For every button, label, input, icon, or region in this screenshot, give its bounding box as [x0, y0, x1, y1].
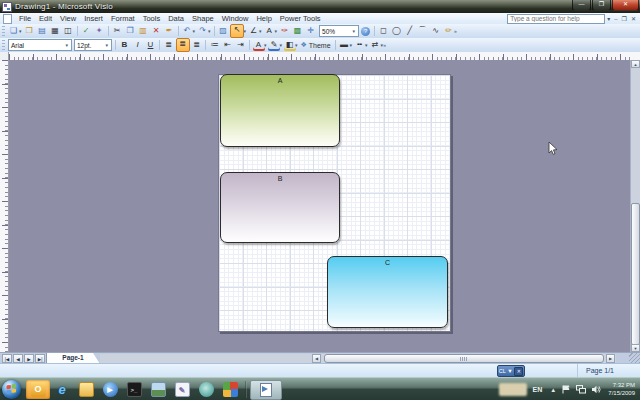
doc-restore-button[interactable]: ❐ [620, 15, 629, 22]
network-icon[interactable] [576, 385, 586, 394]
pencil-tool-icon[interactable]: ✏ [443, 25, 455, 37]
spelling-icon[interactable]: ✓ [80, 25, 92, 37]
bold-button[interactable]: B [119, 39, 131, 51]
fill-color-dropdown-icon[interactable]: ▾ [295, 42, 298, 48]
menu-edit[interactable]: Edit [35, 13, 56, 24]
toolbar-grip[interactable] [2, 26, 5, 36]
language-close-icon[interactable]: ✕ [514, 367, 523, 376]
font-size-combobox[interactable]: 12pt. ▾ [74, 39, 112, 51]
new-icon[interactable]: ❏ [8, 25, 20, 37]
language-dropdown-icon[interactable]: ▼ [507, 368, 512, 374]
next-page-button[interactable]: ▶ [24, 354, 34, 363]
research-icon[interactable]: ✦ [93, 25, 105, 37]
line-tool-icon[interactable]: ╱ [404, 25, 416, 37]
line-weight-dropdown-icon[interactable]: ▾ [350, 42, 353, 48]
toolbar-overflow-icon[interactable]: » [383, 42, 386, 48]
font-combobox[interactable]: Arial ▾ [8, 39, 72, 51]
font-color-icon[interactable]: A [253, 39, 265, 51]
shape-c[interactable]: C [327, 256, 448, 328]
undo-icon[interactable]: ↶ [181, 25, 193, 37]
hidden-icons-icon[interactable]: ▲ [550, 387, 556, 393]
text-tool-dropdown-icon[interactable]: ▾ [275, 28, 278, 34]
minimize-button[interactable]: — [572, 0, 591, 11]
align-right-icon[interactable]: ≣ [191, 39, 203, 51]
decrease-indent-icon[interactable]: ⇤ [222, 39, 234, 51]
vertical-scrollbar[interactable]: ▲ ▼ [630, 60, 640, 352]
freeform-tool-icon[interactable]: ∿ [430, 25, 442, 37]
bullets-icon[interactable]: ≔ [209, 39, 221, 51]
toolbar-overflow-icon[interactable]: » [454, 28, 457, 34]
start-button[interactable] [2, 380, 21, 399]
menu-format[interactable]: Format [107, 13, 139, 24]
print-preview-icon[interactable]: ◫ [62, 25, 74, 37]
help-icon[interactable]: ? [361, 27, 370, 36]
toolbar-grip[interactable] [2, 40, 5, 50]
doc-close-button[interactable]: ✕ [629, 15, 638, 22]
menu-data[interactable]: Data [164, 13, 188, 24]
open-icon[interactable]: ❒ [23, 25, 35, 37]
paste-icon[interactable]: ▥ [137, 25, 149, 37]
line-ends-icon[interactable]: ⇄ [369, 39, 381, 51]
help-question-input[interactable] [507, 14, 605, 24]
shapes-window-icon[interactable]: ▨ [217, 25, 229, 37]
align-center-icon[interactable]: ≣ [176, 38, 190, 52]
line-color-icon[interactable]: ✎ [268, 39, 280, 51]
quick-launch-explorer[interactable] [74, 380, 98, 399]
visio-taskbar-button[interactable] [250, 380, 282, 400]
menu-help[interactable]: Help [252, 13, 275, 24]
redo-dropdown-icon[interactable]: ▾ [208, 28, 211, 34]
copy-icon[interactable]: ❐ [124, 25, 136, 37]
pointer-dropdown-icon[interactable]: ▾ [244, 28, 247, 34]
italic-button[interactable]: I [132, 39, 144, 51]
fill-color-icon[interactable]: ◧ [284, 39, 296, 51]
quick-launch-outlook[interactable]: O [26, 380, 50, 399]
undo-dropdown-icon[interactable]: ▾ [193, 28, 196, 34]
scroll-down-icon[interactable]: ▼ [631, 344, 640, 352]
redo-icon[interactable]: ↷ [197, 25, 209, 37]
drawing-workspace[interactable]: A B C ▲ ▼ [0, 60, 640, 352]
volume-icon[interactable] [592, 385, 601, 394]
scroll-right-icon[interactable]: ▶ [606, 354, 615, 363]
line-color-dropdown-icon[interactable]: ▾ [280, 42, 283, 48]
menu-shape[interactable]: Shape [188, 13, 218, 24]
align-left-icon[interactable]: ≣ [163, 39, 175, 51]
pointer-tool-icon[interactable]: ↖ [230, 24, 244, 38]
language-bar[interactable]: CL ▼ ✕ [497, 365, 525, 377]
horizontal-scroll-thumb[interactable] [324, 354, 604, 363]
quick-launch-media-player[interactable]: ▶ [98, 380, 122, 399]
tray-language-indicator[interactable]: EN [533, 386, 543, 393]
clock[interactable]: 7:32 PM 7/15/2009 [608, 382, 635, 397]
ellipse-tool-icon[interactable]: ◯ [391, 25, 403, 37]
menu-window[interactable]: Window [218, 13, 253, 24]
last-page-button[interactable]: ▶| [35, 354, 45, 363]
zoom-dropdown-icon[interactable]: ▾ [353, 28, 356, 34]
text-tool-icon[interactable]: A [263, 25, 275, 37]
first-page-button[interactable]: |◀ [2, 354, 12, 363]
scroll-up-icon[interactable]: ▲ [631, 60, 640, 68]
quick-launch-ie[interactable]: e [50, 380, 74, 399]
zoom-combobox[interactable]: 50% ▾ [319, 25, 359, 37]
connector-tool-icon[interactable]: ∠ [248, 25, 260, 37]
cut-icon[interactable]: ✂ [111, 25, 123, 37]
menu-file[interactable]: File [15, 13, 35, 24]
scroll-left-icon[interactable]: ◀ [312, 354, 321, 363]
pan-zoom-window-icon[interactable]: ▩ [292, 25, 304, 37]
shape-a[interactable]: A [220, 74, 340, 147]
pan-tool-icon[interactable]: ✛ [305, 25, 317, 37]
line-weight-icon[interactable]: ▬ [338, 39, 350, 51]
menu-tools[interactable]: Tools [139, 13, 165, 24]
delete-icon[interactable]: ✕ [150, 25, 162, 37]
theme-button[interactable]: ❖ Theme [299, 39, 333, 51]
quick-launch-cmd[interactable]: >_ [122, 380, 146, 399]
font-dropdown-icon[interactable]: ▾ [65, 42, 68, 48]
quick-launch-photo[interactable] [146, 380, 170, 399]
connector-dropdown-icon[interactable]: ▾ [259, 28, 262, 34]
save-icon[interactable]: ▤ [36, 25, 48, 37]
quick-launch-media-center[interactable] [194, 380, 218, 399]
quick-launch-office[interactable] [218, 380, 242, 399]
menu-power-tools[interactable]: Power Tools [276, 13, 325, 24]
increase-indent-icon[interactable]: ⇥ [235, 39, 247, 51]
shape-b[interactable]: B [220, 172, 340, 243]
new-dropdown-icon[interactable]: ▾ [19, 28, 22, 34]
arc-tool-icon[interactable]: ⌒ [417, 25, 429, 37]
